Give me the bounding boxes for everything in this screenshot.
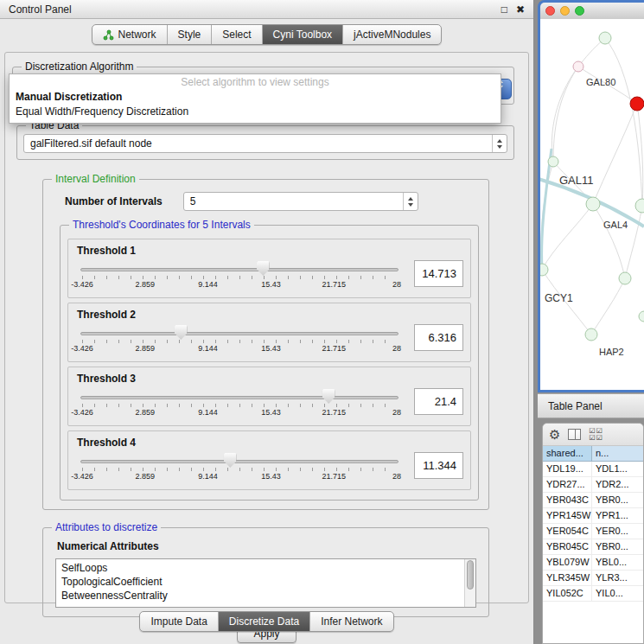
threshold-1-box: Threshold 1 -3.426 2.859 9.144 1 bbox=[67, 239, 471, 298]
tab-jactivemodules[interactable]: jActiveMNodules bbox=[343, 25, 441, 44]
tick-label: 15.43 bbox=[261, 408, 281, 417]
threshold-1-value-field[interactable]: 14.713 bbox=[414, 260, 463, 287]
number-of-intervals-label: Number of Intervals bbox=[65, 195, 163, 207]
table-row[interactable]: YLR345WYLR3... bbox=[543, 571, 643, 586]
node[interactable] bbox=[548, 156, 558, 167]
cell[interactable]: YDR2... bbox=[592, 477, 643, 492]
node[interactable] bbox=[635, 199, 644, 213]
node[interactable] bbox=[599, 32, 611, 44]
cell[interactable]: YBR0... bbox=[592, 493, 643, 507]
tick-label: 9.144 bbox=[198, 280, 218, 289]
cell[interactable]: YDR27... bbox=[543, 477, 592, 492]
gear-icon[interactable]: ⚙ bbox=[549, 428, 560, 441]
cell[interactable]: YBR0... bbox=[592, 539, 643, 554]
threshold-1-slider[interactable]: -3.426 2.859 9.144 15.43 21.715 28 bbox=[77, 258, 402, 294]
node[interactable] bbox=[573, 61, 583, 72]
tab-style-label: Style bbox=[178, 29, 201, 41]
zoom-traffic-light-icon[interactable] bbox=[575, 6, 584, 16]
cell[interactable]: YBR045C bbox=[543, 539, 592, 554]
threshold-3-slider[interactable]: -3.426 2.859 9.144 15.43 21.715 28 bbox=[77, 386, 402, 422]
cell[interactable]: YER054C bbox=[543, 524, 592, 539]
table-header-row: shared... n... bbox=[543, 446, 643, 462]
slider-track bbox=[80, 332, 399, 335]
number-of-intervals-combo[interactable]: 5 bbox=[183, 192, 418, 211]
node[interactable] bbox=[619, 272, 631, 284]
column-browser-icon[interactable] bbox=[568, 429, 581, 440]
slider-thumb[interactable] bbox=[322, 389, 335, 404]
dropdown-option-manual-discretization[interactable]: Manual Discretization bbox=[10, 90, 501, 105]
cell[interactable]: YDL19... bbox=[543, 462, 592, 476]
table-data-combo[interactable]: galFiltered.sif default node bbox=[23, 134, 507, 153]
node-label-gal80: GAL80 bbox=[586, 77, 615, 87]
threshold-3-value-field[interactable]: 21.4 bbox=[414, 388, 463, 415]
threshold-4-value-field[interactable]: 11.344 bbox=[414, 452, 463, 479]
cell[interactable]: YPR1... bbox=[592, 508, 643, 523]
cell[interactable]: YER0... bbox=[592, 524, 643, 539]
column-header-name[interactable]: n... bbox=[592, 446, 643, 461]
table-data-combo-value: galFiltered.sif default node bbox=[30, 137, 492, 150]
list-scrollbar[interactable] bbox=[464, 559, 475, 607]
node[interactable] bbox=[639, 311, 644, 322]
threshold-4-box: Threshold 4 -3.426 2.859 9.144 1 bbox=[67, 430, 471, 490]
column-checkbox-grid-icon[interactable]: ☑ ☑ ☑ ☑ bbox=[589, 428, 602, 442]
table-row[interactable]: YDL19...YDL1... bbox=[543, 462, 643, 477]
slider-thumb[interactable] bbox=[257, 261, 270, 276]
tab-style[interactable]: Style bbox=[168, 25, 213, 44]
cell[interactable]: YIL0... bbox=[592, 586, 643, 601]
cell[interactable]: YBR043C bbox=[543, 493, 592, 507]
node[interactable] bbox=[585, 328, 597, 341]
table-row[interactable]: YBL079WYBL0... bbox=[543, 555, 643, 571]
table-row[interactable]: YER054CYER0... bbox=[543, 524, 643, 539]
node-label-gcy1: GCY1 bbox=[545, 292, 573, 304]
cell[interactable]: YPR145W bbox=[543, 508, 592, 523]
slider-ticks bbox=[82, 340, 397, 343]
tab-network[interactable]: Network bbox=[92, 25, 168, 44]
table-row[interactable]: YIL052CYIL0... bbox=[543, 586, 643, 602]
numerical-attributes-list[interactable]: SelfLoops TopologicalCoefficient Between… bbox=[55, 558, 476, 608]
tab-select[interactable]: Select bbox=[212, 25, 262, 44]
cell[interactable]: YLR3... bbox=[592, 571, 643, 585]
tab-impute-data[interactable]: Impute Data bbox=[140, 612, 218, 631]
close-icon[interactable]: ✖ bbox=[516, 4, 525, 15]
node[interactable] bbox=[540, 264, 548, 276]
cell[interactable]: YLR345W bbox=[543, 571, 592, 585]
dropdown-placeholder-option[interactable]: Select algorithm to view settings bbox=[10, 75, 501, 90]
tab-cyni-toolbox[interactable]: Cyni Toolbox bbox=[263, 25, 343, 44]
restore-icon[interactable]: □ bbox=[501, 4, 507, 15]
cell[interactable]: YBL079W bbox=[543, 555, 592, 570]
dropdown-option-equal-width[interactable]: Equal Width/Frequency Discretization bbox=[10, 105, 501, 119]
tick-label: 28 bbox=[392, 280, 401, 289]
threshold-2-value-field[interactable]: 6.316 bbox=[414, 324, 463, 351]
cell[interactable]: YBL0... bbox=[592, 555, 643, 570]
checkbox-icon: ☑ bbox=[589, 435, 595, 442]
node-selected[interactable] bbox=[630, 97, 644, 111]
tab-infer-network[interactable]: Infer Network bbox=[310, 612, 392, 631]
cell[interactable]: YDL1... bbox=[592, 462, 643, 476]
network-canvas[interactable]: GAL80 GAL11 GAL4 GCY1 HAP2 bbox=[540, 19, 644, 390]
close-traffic-light-icon[interactable] bbox=[545, 6, 555, 16]
table-row[interactable]: YBR045CYBR0... bbox=[543, 539, 643, 555]
cell[interactable]: YIL052C bbox=[543, 586, 592, 601]
node[interactable] bbox=[586, 197, 600, 211]
interval-definition-group: Interval Definition Number of Intervals … bbox=[42, 179, 489, 510]
thresholds-group-label: Threshold's Coordinates for 5 Intervals bbox=[69, 219, 254, 231]
table-row[interactable]: YDR27...YDR2... bbox=[543, 477, 643, 493]
table-row[interactable]: YPR145WYPR1... bbox=[543, 508, 643, 524]
threshold-3-label: Threshold 3 bbox=[77, 373, 463, 385]
slider-thumb[interactable] bbox=[224, 453, 237, 468]
scrollbar-thumb[interactable] bbox=[467, 560, 474, 590]
threshold-4-slider[interactable]: -3.426 2.859 9.144 15.43 21.715 28 bbox=[77, 450, 402, 486]
slider-ticks bbox=[82, 404, 397, 407]
slider-thumb[interactable] bbox=[175, 325, 188, 340]
tab-discretize-data[interactable]: Discretize Data bbox=[219, 612, 310, 631]
list-item[interactable]: SelfLoops bbox=[61, 561, 462, 575]
table-data-group: Table Data galFiltered.sif default node bbox=[16, 125, 514, 160]
list-item[interactable]: BetweennessCentrality bbox=[61, 589, 462, 603]
threshold-2-slider[interactable]: -3.426 2.859 9.144 15.43 21.715 28 bbox=[77, 322, 402, 358]
control-panel-titlebar: Control Panel □ ✖ bbox=[0, 0, 533, 19]
table-row[interactable]: YBR043CYBR0... bbox=[543, 493, 643, 508]
tick-label: 2.859 bbox=[136, 472, 156, 481]
column-header-shared-name[interactable]: shared... bbox=[543, 446, 592, 461]
list-item[interactable]: TopologicalCoefficient bbox=[61, 575, 462, 589]
minimize-traffic-light-icon[interactable] bbox=[560, 6, 570, 16]
